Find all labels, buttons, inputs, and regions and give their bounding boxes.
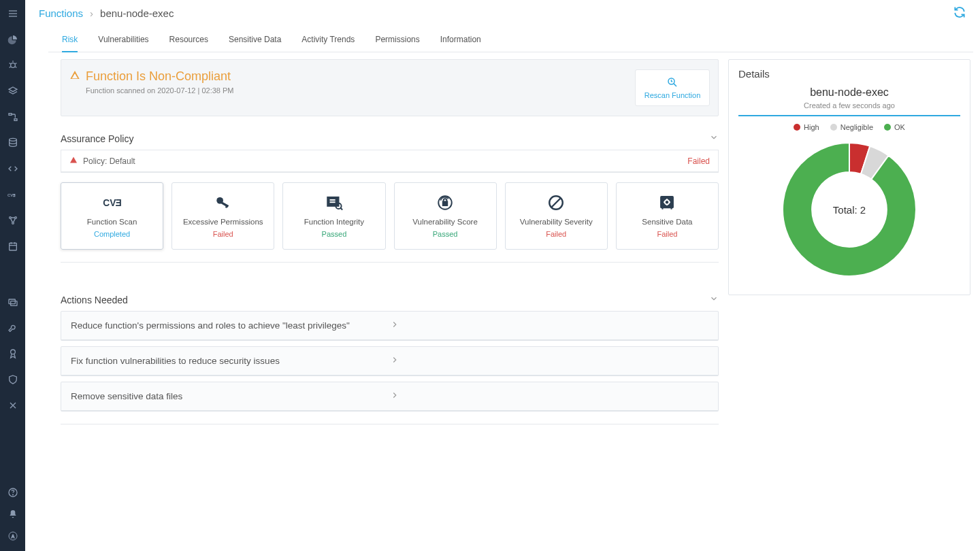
calendar-icon[interactable] bbox=[0, 238, 25, 254]
rescan-button[interactable]: Rescan Function bbox=[635, 69, 710, 106]
tile-label: Vulnerability Severity bbox=[520, 218, 593, 226]
menu-icon[interactable] bbox=[0, 5, 25, 22]
tile-excessive-permissions[interactable]: Excessive PermissionsFailed bbox=[172, 182, 274, 250]
svg-point-12 bbox=[9, 138, 16, 141]
collapse-actions-button[interactable] bbox=[709, 294, 719, 305]
account-icon[interactable]: A bbox=[0, 528, 25, 544]
tile-sensitive-data[interactable]: Sensitive DataFailed bbox=[616, 182, 719, 250]
svg-text:CV: CV bbox=[103, 198, 116, 208]
svg-rect-17 bbox=[9, 243, 16, 250]
legend-label: High bbox=[804, 123, 819, 131]
legend-dot bbox=[794, 124, 800, 131]
tile-vulnerability-score[interactable]: Vulnerability ScorePassed bbox=[394, 182, 497, 250]
tile-label: Function Integrity bbox=[304, 218, 364, 226]
svg-rect-11 bbox=[14, 119, 17, 121]
tile-label: Vulnerability Score bbox=[412, 218, 477, 226]
tile-vulnerability-severity[interactable]: Vulnerability SeverityFailed bbox=[505, 182, 608, 250]
svg-point-23 bbox=[10, 350, 15, 354]
tab-risk[interactable]: Risk bbox=[62, 31, 78, 52]
legend-item-negligible: Negligible bbox=[830, 123, 873, 131]
tabs: RiskVulnerabilitiesResourcesSensitive Da… bbox=[48, 24, 973, 52]
tile-function-integrity[interactable]: Function IntegrityPassed bbox=[282, 182, 385, 250]
chevron-right-icon bbox=[390, 390, 709, 402]
tile-status: Passed bbox=[433, 230, 458, 238]
shield-icon[interactable] bbox=[0, 371, 25, 388]
no-entry-icon bbox=[546, 194, 566, 214]
svg-marker-9 bbox=[9, 87, 17, 92]
help-icon[interactable] bbox=[0, 484, 25, 501]
action-text: Reduce function's permissions and roles … bbox=[71, 320, 390, 331]
legend-label: Negligible bbox=[840, 123, 873, 131]
tile-status: Completed bbox=[94, 230, 130, 238]
tile-status: Failed bbox=[213, 230, 233, 238]
svg-line-45 bbox=[552, 199, 561, 207]
legend-item-ok: OK bbox=[884, 123, 905, 131]
action-row[interactable]: Reduce function's permissions and roles … bbox=[61, 311, 719, 341]
tab-vulnerabilities[interactable]: Vulnerabilities bbox=[98, 31, 148, 52]
actions-heading: Actions Needed bbox=[61, 295, 709, 305]
svg-point-16 bbox=[12, 222, 14, 224]
svg-point-14 bbox=[9, 217, 11, 219]
network-icon[interactable] bbox=[0, 212, 25, 229]
breadcrumb: Functions › benu-node-exec bbox=[39, 7, 174, 19]
chevron-right-icon bbox=[390, 355, 709, 367]
rescan-label: Rescan Function bbox=[644, 91, 701, 99]
chevron-right-icon bbox=[390, 320, 709, 331]
tab-permissions[interactable]: Permissions bbox=[375, 31, 419, 52]
workflow-icon[interactable] bbox=[0, 109, 25, 125]
details-meta: Created a few seconds ago bbox=[738, 101, 960, 110]
code-icon[interactable] bbox=[0, 161, 25, 177]
tab-sensitive-data[interactable]: Sensitive Data bbox=[229, 31, 281, 52]
donut-total-label: Total: 2 bbox=[833, 204, 866, 216]
database-icon[interactable] bbox=[0, 135, 25, 151]
breadcrumb-root-link[interactable]: Functions bbox=[39, 7, 83, 19]
legend-dot bbox=[830, 124, 837, 131]
compliance-banner: Function Is Non-Compliant Function scann… bbox=[61, 59, 719, 116]
tab-activity-trends[interactable]: Activity Trends bbox=[301, 31, 355, 52]
cve-nav-icon[interactable]: CVƎ bbox=[0, 186, 25, 203]
svg-line-31 bbox=[674, 84, 676, 86]
legend-label: OK bbox=[894, 123, 905, 131]
svg-point-15 bbox=[14, 217, 16, 219]
assurance-heading: Assurance Policy bbox=[61, 133, 709, 144]
compliance-title: Function Is Non-Compliant bbox=[86, 69, 234, 84]
action-text: Remove sensitive data files bbox=[71, 391, 390, 401]
badge-icon[interactable] bbox=[0, 346, 25, 362]
layers-icon[interactable] bbox=[0, 83, 25, 99]
svg-rect-43 bbox=[443, 201, 448, 205]
svg-line-41 bbox=[340, 207, 342, 210]
svg-text:A: A bbox=[11, 534, 14, 539]
key-icon bbox=[213, 194, 233, 214]
bell-icon[interactable] bbox=[0, 506, 25, 522]
lock-refresh-icon bbox=[435, 194, 455, 214]
svg-point-25 bbox=[12, 495, 13, 495]
policy-row[interactable]: Policy: Default Failed bbox=[61, 150, 719, 173]
svg-line-7 bbox=[9, 67, 10, 67]
action-text: Fix function vulnerabilities to reduce s… bbox=[71, 356, 390, 366]
policy-name: Policy: Default bbox=[83, 156, 682, 166]
vault-icon bbox=[657, 194, 677, 214]
alert-icon bbox=[69, 156, 78, 166]
cards-icon[interactable] bbox=[0, 294, 25, 310]
breadcrumb-current: benu-node-exec bbox=[100, 7, 174, 19]
svg-rect-28 bbox=[74, 74, 75, 76]
tile-label: Excessive Permissions bbox=[183, 218, 263, 226]
policy-status: Failed bbox=[687, 156, 710, 166]
details-heading: Details bbox=[738, 68, 960, 80]
wrench-icon[interactable] bbox=[0, 320, 25, 336]
collapse-assurance-button[interactable] bbox=[709, 133, 719, 144]
dashboard-icon[interactable] bbox=[0, 31, 25, 48]
tile-status: Passed bbox=[322, 230, 347, 238]
svg-rect-35 bbox=[220, 201, 228, 207]
svg-line-8 bbox=[15, 67, 16, 67]
tab-information[interactable]: Information bbox=[440, 31, 481, 52]
action-row[interactable]: Remove sensitive data files bbox=[61, 382, 719, 412]
tile-function-scan[interactable]: CVEFunction ScanCompleted bbox=[61, 182, 163, 250]
refresh-button[interactable] bbox=[953, 5, 966, 21]
tile-status: Failed bbox=[657, 230, 677, 238]
bug-icon[interactable] bbox=[0, 57, 25, 73]
svg-point-3 bbox=[10, 63, 15, 68]
action-row[interactable]: Fix function vulnerabilities to reduce s… bbox=[61, 346, 719, 376]
tools-icon[interactable] bbox=[0, 397, 25, 414]
tab-resources[interactable]: Resources bbox=[169, 31, 208, 52]
